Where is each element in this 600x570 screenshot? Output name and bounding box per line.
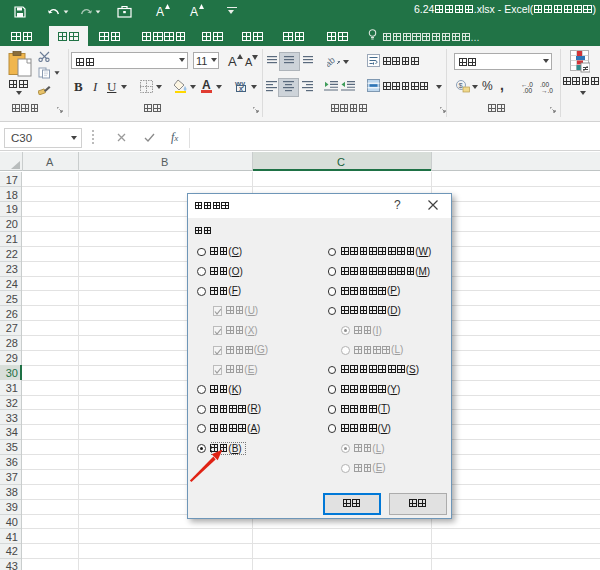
svg-text:.00: .00 [523, 87, 532, 93]
svg-text:→.0: →.0 [541, 87, 553, 93]
svg-text:ab: ab [327, 55, 337, 68]
